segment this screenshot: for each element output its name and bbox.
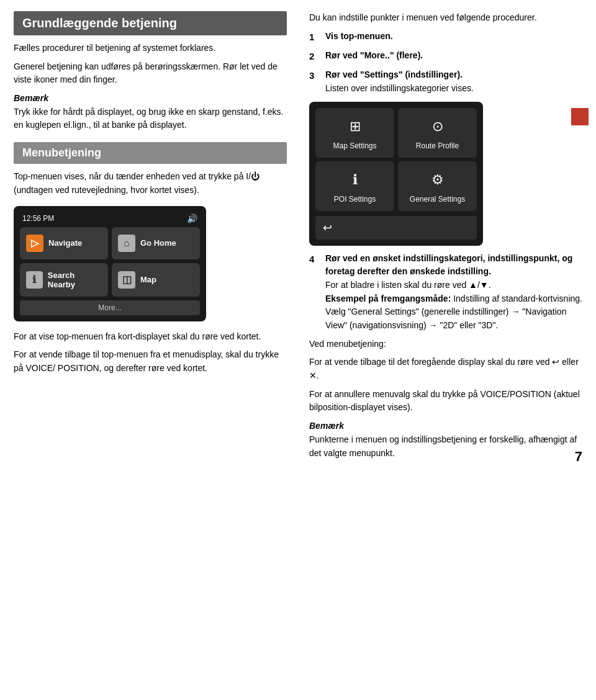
ved-text-2: For at annullere menuvalg skal du trykke… — [309, 388, 582, 415]
footer-2: For at vende tilbage til top-menuen fra … — [14, 348, 287, 375]
intro-2: Generel betjening kan udføres på berørin… — [14, 60, 287, 87]
general-settings-tile[interactable]: ⚙ General Settings — [398, 161, 477, 211]
step-1-num: 1 — [309, 30, 320, 44]
navigate-button[interactable]: ▷ Navigate — [20, 227, 108, 259]
navigate-label: Navigate — [48, 238, 82, 248]
route-profile-label: Route Profile — [416, 141, 459, 150]
search-nearby-button[interactable]: ℹ Search Nearby — [20, 263, 108, 297]
go-home-button[interactable]: ⌂ Go Home — [112, 227, 200, 259]
bemærk2-label: Bemærk — [309, 421, 344, 431]
settings-screen-mockup: ⊞ Map Settings ⊙ Route Profile ℹ POI Set… — [309, 102, 483, 246]
ved-text-1: For at vende tilbage til det foregående … — [309, 356, 582, 382]
main-title: Grundlæggende betjening — [14, 11, 287, 35]
step-3-num: 3 — [309, 68, 320, 95]
step-3-detail: Listen over indstillingskategorier vises… — [325, 83, 474, 93]
home-icon: ⌂ — [118, 235, 135, 252]
step-4-example-label: Eksempel på fremgangsmåde: — [325, 294, 451, 303]
more-bar[interactable]: More... — [20, 300, 200, 315]
step-1: 1 Vis top-menuen. — [309, 30, 582, 44]
right-column: Du kan indstille punkter i menuen ved fø… — [298, 11, 582, 465]
right-intro: Du kan indstille punkter i menuen ved fø… — [309, 11, 582, 25]
navigate-icon: ▷ — [26, 235, 43, 252]
intro-1: Fælles procedurer til betjening af syste… — [14, 42, 287, 55]
speaker-icon: 🔊 — [187, 213, 197, 223]
step-4-detail3: Vælg "General Settings" (generelle indst… — [325, 307, 566, 330]
settings-back-bar[interactable]: ↩ — [315, 216, 477, 240]
device-top-bar: 12:56 PM 🔊 — [20, 212, 200, 227]
step-4: 4 Rør ved en ønsket indstillingskategori… — [309, 252, 582, 333]
back-icon: ↩ — [323, 222, 332, 234]
route-profile-tile[interactable]: ⊙ Route Profile — [398, 108, 477, 158]
step-1-text: Vis top-menuen. — [325, 31, 393, 41]
step-4-detail1: For at bladre i listen skal du røre ved … — [325, 280, 491, 290]
map-label: Map — [140, 275, 156, 284]
bemærk2-block: Bemærk Punkterne i menuen og indstilling… — [309, 420, 582, 460]
route-profile-icon: ⊙ — [427, 115, 449, 138]
section-title: Menubetjening — [14, 142, 287, 164]
search-nearby-label: Search Nearby — [48, 271, 102, 289]
bemærk-label: Bemærk — [14, 93, 48, 103]
left-column: Grundlæggende betjening Fælles procedure… — [14, 11, 298, 465]
device-screen-mockup: 12:56 PM 🔊 ▷ Navigate ⌂ Go Home ℹ Search… — [14, 206, 206, 321]
go-home-label: Go Home — [140, 238, 176, 248]
poi-settings-tile[interactable]: ℹ POI Settings — [315, 161, 394, 211]
poi-settings-icon: ℹ — [344, 169, 366, 191]
footer-1: For at vise top-menuen fra kort-displaye… — [14, 330, 287, 344]
step-2-text: Rør ved "More.." (flere). — [325, 50, 423, 60]
device-buttons-grid: ▷ Navigate ⌂ Go Home ℹ Search Nearby ◫ M… — [20, 227, 200, 297]
settings-tiles-grid: ⊞ Map Settings ⊙ Route Profile ℹ POI Set… — [315, 108, 477, 211]
map-settings-icon: ⊞ — [344, 115, 366, 138]
general-settings-label: General Settings — [410, 195, 465, 204]
bemærk-block: Bemærk Tryk ikke for hårdt på displayet,… — [14, 92, 287, 132]
bemærk-text: Tryk ikke for hårdt på displayet, og bru… — [14, 107, 283, 130]
map-settings-tile[interactable]: ⊞ Map Settings — [315, 108, 394, 158]
more-label: More... — [98, 303, 121, 312]
step-2: 2 Rør ved "More.." (flere). — [309, 49, 582, 63]
section-desc: Top-menuen vises, når du tænder enheden … — [14, 170, 287, 197]
settings-screen-container: ⊞ Map Settings ⊙ Route Profile ℹ POI Set… — [309, 102, 582, 246]
bemærk2-text: Punkterne i menuen og indstillingsbetjen… — [309, 434, 577, 458]
step-4-num: 4 — [309, 252, 320, 333]
map-settings-label: Map Settings — [333, 141, 376, 150]
step-4-bold: Rør ved en ønsket indstillingskategori, … — [325, 253, 572, 277]
step-2-num: 2 — [309, 49, 320, 63]
general-settings-icon: ⚙ — [427, 169, 449, 191]
poi-settings-label: POI Settings — [334, 195, 376, 204]
page-number: 7 — [575, 449, 582, 465]
map-button[interactable]: ◫ Map — [112, 263, 200, 297]
map-icon: ◫ — [118, 271, 135, 289]
ved-label: Ved menubetjening: — [309, 338, 582, 351]
step-3: 3 Rør ved "Settings" (indstillinger). Li… — [309, 68, 582, 95]
device-time: 12:56 PM — [22, 214, 54, 223]
step-3-text: Rør ved "Settings" (indstillinger). — [325, 70, 463, 79]
red-square-decoration — [571, 108, 589, 125]
step-4-example-detail: Indstilling af standard-kortvisning. — [453, 294, 582, 303]
nearby-icon: ℹ — [26, 271, 43, 289]
